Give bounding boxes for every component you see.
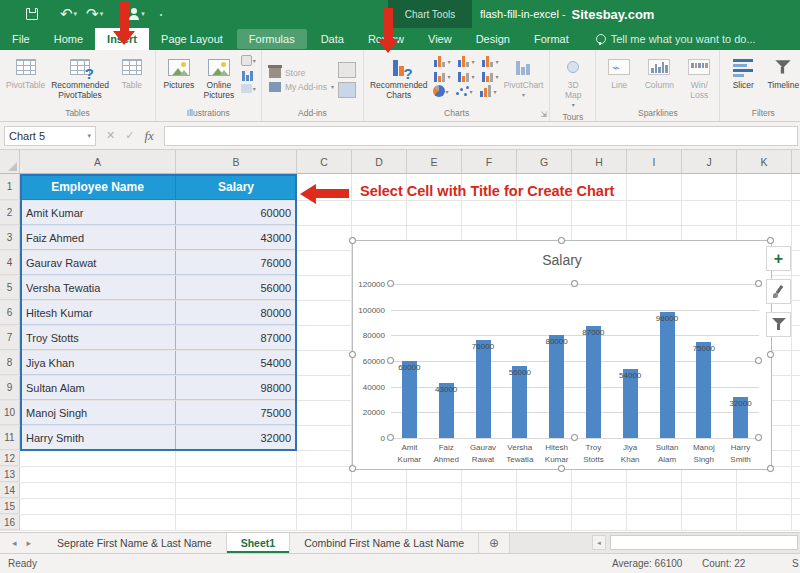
- chart-area-handle[interactable]: [767, 237, 774, 244]
- row-number-6[interactable]: 6: [0, 301, 20, 325]
- empty-cell[interactable]: [20, 515, 176, 530]
- chart-elements-button[interactable]: +: [766, 246, 791, 271]
- empty-cell[interactable]: [462, 515, 517, 530]
- empty-cell[interactable]: [407, 201, 462, 225]
- table-cell[interactable]: 87000: [176, 326, 297, 350]
- column-header-j[interactable]: J: [682, 150, 737, 173]
- empty-cell[interactable]: [407, 499, 462, 514]
- plot-area-handle[interactable]: [387, 357, 394, 364]
- table-cell[interactable]: Faiz Ahmed: [20, 226, 176, 250]
- chart-area-handle[interactable]: [349, 351, 356, 358]
- empty-cell[interactable]: [176, 515, 297, 530]
- sheet-nav-right-icon[interactable]: ▸: [27, 538, 32, 548]
- column-header-h[interactable]: H: [572, 150, 627, 173]
- addin-extra-icon-1[interactable]: [338, 62, 356, 78]
- empty-cell[interactable]: [517, 483, 572, 498]
- sheet-tab-sheet1[interactable]: Sheet1: [227, 533, 290, 553]
- area-chart-button[interactable]: ▾: [457, 70, 475, 82]
- chart-bar[interactable]: [402, 361, 417, 438]
- table-cell[interactable]: 54000: [176, 351, 297, 375]
- redo-dropdown-icon[interactable]: ▾: [100, 10, 104, 18]
- plot-area-handle[interactable]: [755, 434, 762, 441]
- select-all-corner[interactable]: [0, 150, 20, 173]
- chart-area-handle[interactable]: [558, 237, 565, 244]
- empty-cell[interactable]: [682, 174, 737, 200]
- empty-cell[interactable]: [20, 483, 176, 498]
- empty-cell[interactable]: [627, 201, 682, 225]
- plot-area-handle[interactable]: [387, 280, 394, 287]
- empty-cell[interactable]: [176, 483, 297, 498]
- enter-icon[interactable]: ✓: [125, 129, 134, 142]
- radar-chart-button[interactable]: ▾: [479, 85, 497, 97]
- horizontal-scrollbar[interactable]: ◂: [509, 533, 800, 553]
- empty-cell[interactable]: [297, 467, 352, 482]
- tab-page-layout[interactable]: Page Layout: [149, 28, 235, 50]
- recommended-charts-button[interactable]: ? Recommended Charts: [367, 53, 431, 103]
- empty-cell[interactable]: [627, 499, 682, 514]
- tab-format[interactable]: Format: [522, 28, 581, 50]
- hierarchy-chart-button[interactable]: ▾: [481, 55, 499, 67]
- table-cell[interactable]: Harry Smith: [20, 426, 176, 450]
- empty-cell[interactable]: [572, 483, 627, 498]
- chart-area-handle[interactable]: [349, 465, 356, 472]
- table-header-cell[interactable]: Employee Name: [20, 174, 176, 200]
- empty-cell[interactable]: [352, 515, 407, 530]
- empty-cell[interactable]: [737, 201, 792, 225]
- insert-function-icon[interactable]: fx: [144, 128, 153, 144]
- table-cell[interactable]: 80000: [176, 301, 297, 325]
- empty-cell[interactable]: [297, 515, 352, 530]
- empty-cell[interactable]: [297, 401, 352, 425]
- store-button[interactable]: Store: [269, 68, 334, 78]
- chart-bar[interactable]: [586, 326, 601, 438]
- combo-chart-button[interactable]: ▾: [481, 70, 499, 82]
- table-cell[interactable]: Manoj Singh: [20, 401, 176, 425]
- row-number-5[interactable]: 5: [0, 276, 20, 300]
- row-number-2[interactable]: 2: [0, 201, 20, 225]
- slicer-button[interactable]: Slicer: [723, 53, 763, 93]
- row-number-10[interactable]: 10: [0, 401, 20, 425]
- scatter-chart-button[interactable]: ▾: [455, 85, 473, 97]
- row-number-13[interactable]: 13: [0, 467, 20, 482]
- column-header-i[interactable]: I: [627, 150, 682, 173]
- empty-cell[interactable]: [407, 483, 462, 498]
- chart-bar[interactable]: [476, 340, 491, 438]
- empty-cell[interactable]: [737, 174, 792, 200]
- table-cell[interactable]: Sultan Alam: [20, 376, 176, 400]
- pivotchart-button[interactable]: PivotChart ▾: [501, 53, 547, 100]
- shapes-button[interactable]: ▾: [241, 55, 256, 66]
- empty-cell[interactable]: [176, 499, 297, 514]
- empty-cell[interactable]: [462, 499, 517, 514]
- table-cell[interactable]: Amit Kumar: [20, 201, 176, 225]
- empty-cell[interactable]: [682, 515, 737, 530]
- column-header-a[interactable]: A: [20, 150, 176, 173]
- column-header-b[interactable]: B: [176, 150, 297, 173]
- pivottable-button[interactable]: PivotTable: [3, 53, 48, 93]
- empty-cell[interactable]: [297, 451, 352, 466]
- empty-cell[interactable]: [176, 451, 297, 466]
- column-header-e[interactable]: E: [407, 150, 462, 173]
- screenshot-button[interactable]: ▾: [241, 84, 256, 93]
- row-number-12[interactable]: 12: [0, 451, 20, 466]
- cancel-icon[interactable]: ✕: [106, 129, 115, 142]
- table-header-cell[interactable]: Salary: [176, 174, 297, 200]
- empty-cell[interactable]: [297, 251, 352, 275]
- chart-bar[interactable]: [549, 335, 564, 438]
- empty-cell[interactable]: [572, 201, 627, 225]
- empty-cell[interactable]: [20, 499, 176, 514]
- sparkline-column-button[interactable]: Column: [639, 53, 679, 93]
- table-cell[interactable]: Troy Stotts: [20, 326, 176, 350]
- chart-filters-button[interactable]: [766, 312, 791, 337]
- empty-cell[interactable]: [352, 201, 407, 225]
- chart-bar[interactable]: [696, 342, 711, 438]
- table-cell[interactable]: 76000: [176, 251, 297, 275]
- chart-area-handle[interactable]: [767, 351, 774, 358]
- table-button[interactable]: Table: [112, 53, 152, 93]
- column-header-g[interactable]: G: [517, 150, 572, 173]
- empty-cell[interactable]: [572, 499, 627, 514]
- empty-cell[interactable]: [297, 483, 352, 498]
- undo-icon[interactable]: ↶: [60, 4, 73, 24]
- chart-styles-button[interactable]: [766, 279, 791, 304]
- chart-bar[interactable]: [660, 312, 675, 438]
- chart-area-handle[interactable]: [349, 237, 356, 244]
- column-header-d[interactable]: D: [352, 150, 407, 173]
